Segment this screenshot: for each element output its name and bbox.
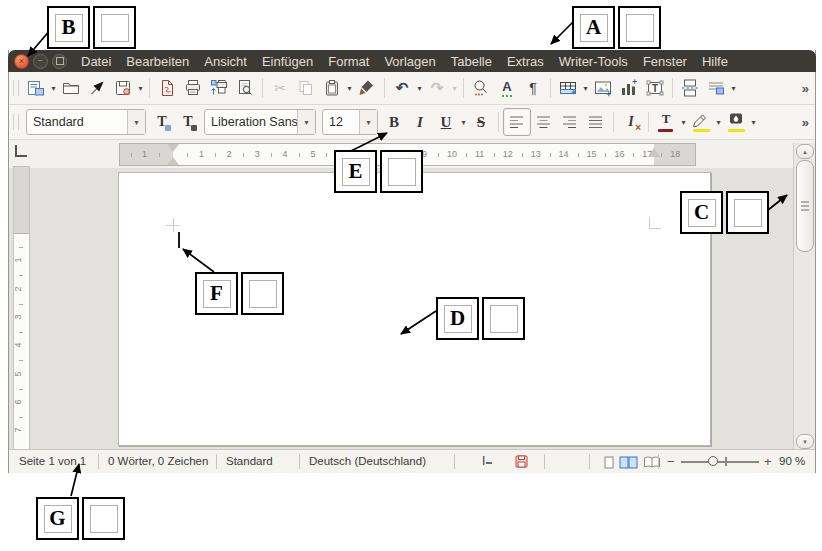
insert-page-break-button[interactable] (677, 75, 703, 101)
new-style-button[interactable]: T (175, 109, 201, 135)
chevron-down-icon[interactable]: ▾ (127, 110, 145, 134)
label-answer-box[interactable] (93, 6, 136, 49)
redo-dropdown[interactable]: ▾ (450, 84, 459, 93)
insert-textbox-button[interactable]: T (642, 75, 668, 101)
answer-field[interactable] (626, 14, 654, 42)
multi-page-view-icon[interactable] (619, 456, 638, 471)
font-name-combo[interactable]: Liberation Sans ▾ (204, 109, 316, 135)
single-page-view-icon[interactable] (603, 456, 615, 471)
insert-table-button[interactable] (555, 75, 581, 101)
insert-field-button[interactable] (703, 75, 729, 101)
formatting-marks-button[interactable]: ¶ (520, 75, 546, 101)
menu-fenster[interactable]: Fenster (643, 54, 687, 69)
paste-dropdown[interactable]: ▾ (345, 84, 354, 93)
tab-stop-indicator[interactable] (15, 145, 27, 157)
paste-button[interactable] (319, 75, 345, 101)
menu-einfuegen[interactable]: Einfügen (262, 54, 313, 69)
menu-bearbeiten[interactable]: Bearbeiten (126, 54, 189, 69)
answer-field[interactable] (490, 305, 518, 333)
label-answer-box[interactable] (618, 6, 661, 49)
menu-tabelle[interactable]: Tabelle (451, 54, 492, 69)
chevron-down-icon[interactable]: ▾ (297, 110, 315, 134)
maximize-button[interactable] (52, 54, 67, 69)
menu-ansicht[interactable]: Ansicht (204, 54, 247, 69)
cut-button[interactable]: ✂ (267, 75, 293, 101)
save-button[interactable] (110, 75, 136, 101)
answer-field[interactable] (734, 199, 762, 227)
label-answer-box[interactable] (482, 297, 525, 340)
update-style-button[interactable]: T (149, 109, 175, 135)
page-count-status[interactable]: Seite 1 von 1 (19, 455, 86, 467)
font-size-combo[interactable]: 12 ▾ (322, 109, 378, 135)
justify-button[interactable] (583, 109, 609, 135)
menu-extras[interactable]: Extras (507, 54, 544, 69)
toolbar-overflow-button[interactable]: » (802, 115, 809, 130)
insert-table-dropdown[interactable]: ▾ (581, 84, 590, 93)
scroll-up-button[interactable]: ▴ (796, 144, 814, 159)
scroll-down-button[interactable]: ▾ (796, 434, 814, 449)
zoom-level[interactable]: 90 % (779, 455, 805, 467)
minimize-button[interactable]: − (33, 54, 48, 69)
highlight-color-button[interactable] (688, 109, 714, 135)
open-button[interactable] (58, 75, 84, 101)
undo-button[interactable]: ↶ (389, 75, 415, 101)
toolbar-handle[interactable] (13, 114, 19, 130)
align-center-button[interactable] (531, 109, 557, 135)
menu-hilfe[interactable]: Hilfe (702, 54, 728, 69)
label-answer-box[interactable] (380, 150, 423, 193)
close-button[interactable]: × (14, 54, 29, 69)
underline-button[interactable]: U (433, 109, 459, 135)
export-pdf-button[interactable] (154, 75, 180, 101)
right-indent-marker[interactable] (648, 148, 660, 157)
find-replace-button[interactable] (468, 75, 494, 101)
spelling-button[interactable]: A (494, 75, 520, 101)
toolbar-handle[interactable] (13, 80, 19, 96)
clone-formatting-button[interactable] (354, 75, 380, 101)
first-line-indent-marker[interactable] (167, 144, 179, 152)
answer-field[interactable] (90, 505, 118, 533)
view-mode-button[interactable] (23, 75, 49, 101)
view-mode-dropdown[interactable]: ▾ (49, 84, 58, 93)
align-right-button[interactable] (557, 109, 583, 135)
background-color-dropdown[interactable]: ▾ (749, 118, 758, 127)
undo-dropdown[interactable]: ▾ (415, 84, 424, 93)
word-count-status[interactable]: 0 Wörter, 0 Zeichen (108, 455, 208, 467)
answer-field[interactable] (249, 280, 277, 308)
label-answer-box[interactable] (726, 191, 769, 234)
selection-mode-icon[interactable]: I (482, 454, 492, 468)
save-dropdown[interactable]: ▾ (136, 84, 145, 93)
font-color-button[interactable]: T (653, 109, 679, 135)
strikethrough-button[interactable]: S (468, 109, 494, 135)
print-button[interactable] (180, 75, 206, 101)
background-color-button[interactable] (723, 109, 749, 135)
zoom-slider-handle[interactable] (708, 456, 718, 466)
menu-vorlagen[interactable]: Vorlagen (384, 54, 435, 69)
zoom-out-button[interactable]: − (667, 454, 675, 469)
answer-field[interactable] (101, 14, 129, 42)
paragraph-style-combo[interactable]: Standard ▾ (26, 109, 146, 135)
italic-button[interactable]: I (407, 109, 433, 135)
menu-format[interactable]: Format (328, 54, 369, 69)
label-answer-box[interactable] (241, 272, 284, 315)
chevron-down-icon[interactable]: ▾ (359, 110, 377, 134)
font-color-dropdown[interactable]: ▾ (679, 118, 688, 127)
label-answer-box[interactable] (82, 497, 125, 540)
bold-button[interactable]: B (381, 109, 407, 135)
copy-button[interactable] (293, 75, 319, 101)
language-status[interactable]: Deutsch (Deutschland) (309, 455, 426, 467)
vertical-ruler[interactable]: 1234567 (13, 166, 30, 450)
insert-chart-button[interactable] (616, 75, 642, 101)
align-left-button[interactable] (503, 108, 531, 136)
page-preview-button[interactable] (232, 75, 258, 101)
redo-button[interactable]: ↷ (424, 75, 450, 101)
menu-writer-tools[interactable]: Writer-Tools (559, 54, 628, 69)
unsaved-changes-icon[interactable] (515, 455, 528, 470)
highlight-color-dropdown[interactable]: ▾ (714, 118, 723, 127)
underline-dropdown[interactable]: ▾ (459, 118, 468, 127)
answer-field[interactable] (388, 158, 416, 186)
toolbar-overflow-button[interactable]: » (802, 81, 809, 96)
menu-datei[interactable]: Datei (81, 54, 111, 69)
left-indent-marker[interactable] (167, 157, 179, 165)
insert-image-button[interactable] (590, 75, 616, 101)
zoom-in-button[interactable]: + (764, 454, 772, 469)
